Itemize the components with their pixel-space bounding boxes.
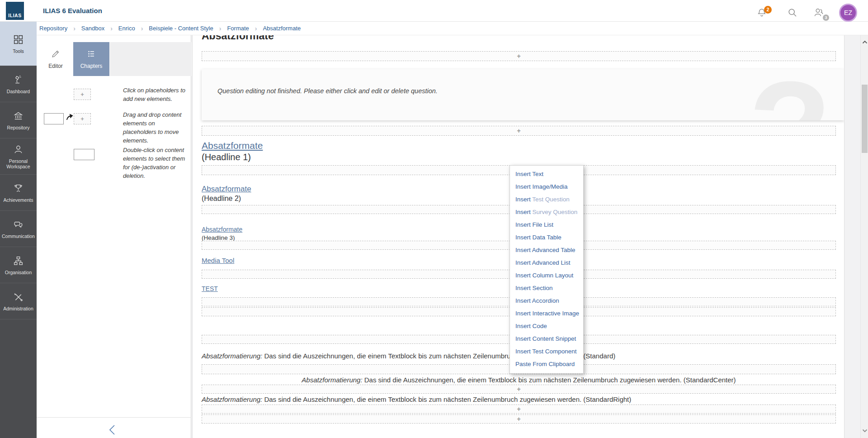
insert-content-menu: Insert Text Insert Image/Media Insert Te… (509, 165, 584, 374)
placeholder-illustration (74, 113, 91, 124)
menu-item-insert-accordion[interactable]: Insert Accordion (510, 295, 583, 307)
search-button[interactable] (785, 5, 800, 20)
ilias-logo[interactable]: ILIAS (6, 2, 24, 20)
breadcrumb-item-beispiele[interactable]: Beispiele - Content Style (149, 25, 213, 32)
headline2-link[interactable]: Absatzformate (202, 184, 251, 194)
menu-item-insert-interactive-image[interactable]: Insert Interactive Image (510, 307, 583, 320)
menu-item-insert-content-snippet[interactable]: Insert Content Snippet (510, 333, 583, 345)
rail-item-tools[interactable]: Tools (0, 22, 37, 66)
main-content-region: Absatzformate ? Question editing not fin… (191, 35, 868, 438)
media-tool-link-block: Media Tool (202, 257, 234, 264)
trophy-icon (13, 183, 24, 194)
collapse-panel-button[interactable] (104, 422, 120, 438)
test-link[interactable]: TEST (202, 285, 218, 292)
scroll-up-button[interactable] (861, 38, 868, 46)
paragraph-prefix: Absatzformatierung: (302, 376, 362, 384)
breadcrumb-item-repository[interactable]: Repository (39, 25, 67, 32)
breadcrumb-separator-icon (255, 25, 257, 32)
tab-chapters-label: Chapters (80, 63, 103, 69)
app-title: ILIAS 6 Evaluation (43, 0, 102, 22)
breadcrumb-item-sandbox[interactable]: Sandbox (81, 25, 104, 32)
headline1-caption: (Headline 1) (202, 152, 251, 162)
panel-divider (37, 417, 191, 418)
vertical-scrollbar[interactable] (860, 35, 868, 438)
breadcrumb-item-absatzformate[interactable]: Absatzformate (263, 25, 301, 32)
media-tool-link[interactable]: Media Tool (202, 257, 234, 264)
rail-item-dashboard[interactable]: Dashboard (0, 66, 37, 102)
plus-icon (517, 385, 520, 393)
add-content-placeholder[interactable] (202, 51, 836, 61)
page-title: Absatzformate (202, 35, 274, 43)
chevron-up-icon (862, 40, 868, 44)
menu-item-paste-from-clipboard[interactable]: Paste From Clipboard (510, 358, 583, 371)
person-icon (13, 144, 24, 155)
editor-side-panel: Editor Chapters Click on placeholders to… (37, 35, 191, 438)
headline3-block: Absatzformate (Headline 3) (202, 225, 242, 242)
menu-item-insert-section[interactable]: Insert Section (510, 282, 583, 295)
paragraph-standard-center[interactable]: Absatzformatierung: Das sind die Auszeic… (202, 376, 836, 384)
drag-arrow-icon (65, 112, 74, 121)
tab-editor[interactable]: Editor (38, 42, 74, 76)
breadcrumb-separator-icon (141, 25, 143, 32)
breadcrumb-separator-icon (73, 25, 75, 32)
chevron-left-icon (108, 424, 116, 436)
breadcrumb-item-formate[interactable]: Formate (227, 25, 249, 32)
breadcrumb-separator-icon (219, 25, 222, 32)
paragraph-prefix: Absatzformatierung: (202, 395, 262, 403)
plus-icon (517, 415, 520, 423)
rail-item-repository[interactable]: Repository (0, 102, 37, 138)
hint-double-click: Double-click on content elements to sele… (123, 146, 187, 180)
add-content-placeholder[interactable] (202, 126, 836, 136)
paragraph-text: Das sind die Auszeichnungen, die einem T… (262, 395, 631, 403)
headline1-link[interactable]: Absatzformate (202, 140, 263, 151)
rail-item-personal-workspace[interactable]: Personal Workspace (0, 138, 37, 175)
headline3-link[interactable]: Absatzformate (202, 226, 242, 233)
plus-icon (517, 52, 520, 60)
content-block-illustration (44, 113, 64, 124)
breadcrumb-item-enrico[interactable]: Enrico (118, 25, 135, 32)
menu-item-insert-advanced-list[interactable]: Insert Advanced List (510, 257, 583, 269)
menu-item-insert-survey-question[interactable]: Insert Survey Question (510, 206, 583, 219)
menu-item-insert-data-table[interactable]: Insert Data Table (510, 231, 583, 244)
add-content-placeholder[interactable] (202, 385, 836, 394)
user-avatar[interactable]: EZ (839, 4, 857, 22)
menu-item-insert-test-question[interactable]: Insert Test Question (510, 193, 583, 206)
menu-item-insert-test-component[interactable]: Insert Test Component (510, 345, 583, 358)
question-mark-watermark: ? (749, 69, 831, 120)
rail-item-label: Dashboard (6, 89, 31, 94)
chevron-down-icon (862, 429, 868, 433)
ilias-logo-text: ILIAS (8, 13, 21, 20)
scroll-down-button[interactable] (861, 427, 868, 434)
question-block[interactable]: ? Question editing not finished. Please … (202, 69, 844, 120)
list-icon (86, 49, 96, 59)
rail-item-communication[interactable]: Communication (0, 211, 37, 247)
menu-item-insert-text[interactable]: Insert Text (510, 168, 583, 181)
paragraph-standard-right[interactable]: Absatzformatierung: Das sind die Auszeic… (202, 395, 836, 403)
tabs-filler (110, 42, 191, 76)
menu-item-insert-code[interactable]: Insert Code (510, 320, 583, 333)
paragraph-prefix: Absatzformatierung: (202, 352, 262, 360)
menu-item-insert-file-list[interactable]: Insert File List (510, 219, 583, 231)
menu-item-insert-column-layout[interactable]: Insert Column Layout (510, 269, 583, 282)
page-editor-canvas: Absatzformate ? Question editing not fin… (192, 35, 844, 438)
crossed-tools-icon (13, 291, 24, 303)
breadcrumb-separator-icon (110, 25, 113, 32)
add-content-placeholder[interactable] (202, 405, 836, 414)
menu-item-insert-advanced-table[interactable]: Insert Advanced Table (510, 244, 583, 257)
rail-item-organisation[interactable]: Organisation (0, 247, 37, 283)
rail-item-label: Administration (2, 306, 34, 311)
add-content-placeholder[interactable] (202, 414, 836, 424)
plus-icon (517, 127, 520, 135)
menu-item-insert-image-media[interactable]: Insert Image/Media (510, 181, 583, 193)
hint-click-placeholders: Click on placeholders to add new element… (123, 86, 187, 103)
scrollbar-thumb[interactable] (862, 85, 868, 153)
search-icon (787, 7, 798, 18)
paragraph-text: Das sind die Auszeichnungen, die einem T… (363, 376, 736, 384)
side-panel-tabs: Editor Chapters (37, 42, 191, 76)
rail-item-label: Personal Workspace (0, 158, 37, 169)
rail-item-administration[interactable]: Administration (0, 283, 37, 319)
grid-icon (13, 34, 24, 45)
rail-item-achievements[interactable]: Achievements (0, 175, 37, 211)
tab-chapters[interactable]: Chapters (73, 42, 109, 76)
question-notice-text: Question editing not finished. Please ei… (217, 87, 438, 95)
